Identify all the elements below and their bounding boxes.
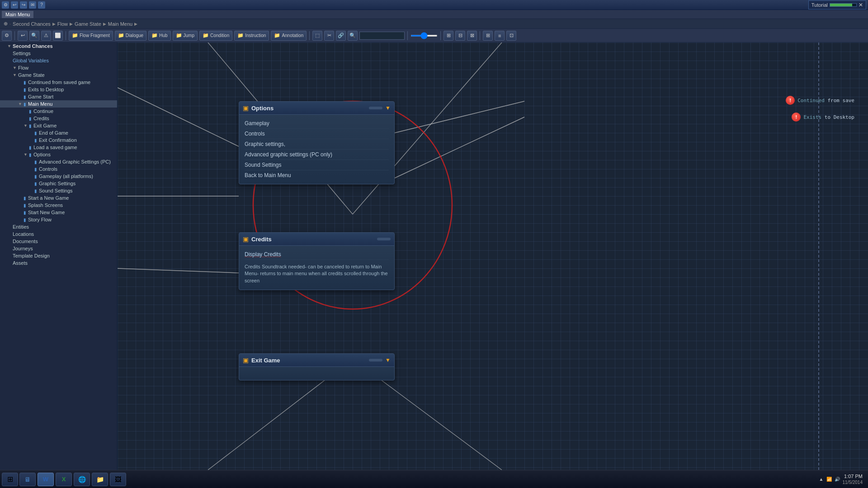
toolbar-icon-10[interactable]: ⊞ xyxy=(443,31,453,41)
toolbar-flow-fragment[interactable]: 📁 Flow Fragment xyxy=(69,31,113,41)
toolbar-icon-5[interactable]: ⬜ xyxy=(53,31,63,41)
sidebar-continued-from-saved[interactable]: ▮ Continued from saved game xyxy=(0,79,117,86)
sidebar-documents[interactable]: Documents xyxy=(0,238,117,245)
toolbar-icon-7[interactable]: ✂ xyxy=(324,31,334,41)
sidebar-journeys[interactable]: Journeys xyxy=(0,245,117,252)
folder-story-flow-icon: ▮ xyxy=(24,217,26,222)
sidebar-flow[interactable]: ▼ Flow xyxy=(0,64,117,71)
sidebar-credits[interactable]: ▮ Credits xyxy=(0,115,117,122)
sidebar-gameplay[interactable]: ▮ Gameplay (all platforms) xyxy=(0,173,117,180)
toolbar-icon-3[interactable]: 🔍 xyxy=(29,31,39,41)
toolbar-hub[interactable]: 📁 Hub xyxy=(148,31,170,41)
options-filter-icon[interactable]: ▼ xyxy=(385,105,391,111)
breadcrumb-main-menu[interactable]: Main Menu xyxy=(108,21,132,27)
tray-arrow-icon[interactable]: ▲ xyxy=(819,477,824,482)
sidebar-sound-settings[interactable]: ▮ Sound Settings xyxy=(0,187,117,194)
options-drag-handle[interactable] xyxy=(369,107,382,109)
sidebar-game-start[interactable]: ▮ Game Start xyxy=(0,93,117,100)
toolbar-icon-8[interactable]: 🔗 xyxy=(336,31,346,41)
credits-drag-handle[interactable] xyxy=(377,238,391,240)
mail-icon[interactable]: ✉ xyxy=(29,1,36,9)
options-item-controls[interactable]: Controls xyxy=(245,129,389,139)
sidebar-start-new-game2-label: Start New Game xyxy=(28,210,65,215)
options-item-sound[interactable]: Sound Settings xyxy=(245,160,389,170)
sidebar-end-of-game[interactable]: ▮ End of Game xyxy=(0,129,117,136)
sidebar-options[interactable]: ▼ ▮ Options xyxy=(0,151,117,158)
toolbar-icon-14[interactable]: ≡ xyxy=(495,31,505,41)
taskbar-app-photo[interactable]: 🖼 xyxy=(110,473,126,486)
sidebar-load-saved[interactable]: ▮ Load a saved game xyxy=(0,144,117,151)
sidebar-start-new-game2[interactable]: ▮ Start New Game xyxy=(0,209,117,216)
taskbar-app-explorer[interactable]: 🖥 xyxy=(19,473,36,486)
toolbar-icon-1[interactable]: ⚙ xyxy=(2,31,12,41)
sidebar-exits-to-desktop[interactable]: ▮ Exits to Desktop xyxy=(0,86,117,93)
sidebar-exit-confirmation[interactable]: ▮ Exit Confirmation xyxy=(0,136,117,144)
options-node-header: ▣ Options ▼ xyxy=(239,102,394,115)
breadcrumb-arrow-4: ▶ xyxy=(134,22,137,26)
breadcrumb-root[interactable]: ⊕ xyxy=(4,21,8,27)
toolbar-annotation[interactable]: 📁 Annotation xyxy=(271,31,307,41)
options-node-content: Gameplay Controls Graphic settings, Adva… xyxy=(239,115,394,184)
zoom-slider[interactable] xyxy=(410,35,438,37)
sidebar-settings[interactable]: Settings xyxy=(0,50,117,57)
toolbar-icon-2[interactable]: ↩ xyxy=(18,31,28,41)
breadcrumb-second-chances[interactable]: Second Chances xyxy=(13,21,51,27)
explorer-icon: 🖥 xyxy=(24,476,31,483)
sidebar-main-menu[interactable]: ▼ ▮ Main Menu xyxy=(0,100,117,108)
toolbar-jump[interactable]: 📁 Jump xyxy=(173,31,198,41)
taskbar-start-button[interactable]: ⊞ xyxy=(2,473,18,486)
sidebar-splash-screens[interactable]: ▮ Splash Screens xyxy=(0,202,117,209)
taskbar-app-excel[interactable]: X xyxy=(56,473,72,486)
toolbar-instruction[interactable]: 📁 Instruction xyxy=(234,31,269,41)
redo-icon[interactable]: ↪ xyxy=(20,1,27,9)
sidebar-locations[interactable]: Locations xyxy=(0,230,117,238)
taskbar-app-word[interactable]: W xyxy=(38,473,54,486)
folder-load-saved-icon: ▮ xyxy=(29,145,32,150)
sidebar-global-variables[interactable]: Global Variables xyxy=(0,57,117,64)
sidebar-entities-label: Entities xyxy=(13,224,29,230)
sidebar-assets[interactable]: Assets xyxy=(0,259,117,267)
toolbar-icon-11[interactable]: ⊟ xyxy=(455,31,465,41)
taskbar-app-chrome[interactable]: 🌐 xyxy=(74,473,90,486)
sidebar-second-chances[interactable]: ▼ Second Chances xyxy=(0,42,117,50)
undo-icon[interactable]: ↩ xyxy=(11,1,18,9)
folder-start-new-game2-icon: ▮ xyxy=(24,210,26,215)
sidebar-advanced-graphic[interactable]: ▮ Advanced Graphic Settings (PC) xyxy=(0,158,117,165)
options-item-advanced[interactable]: Advanced graphic settings (PC only) xyxy=(245,150,389,160)
sidebar-controls[interactable]: ▮ Controls xyxy=(0,165,117,173)
instruction-label: Instruction xyxy=(245,33,266,38)
toolbar-icon-9[interactable]: 🔍 xyxy=(348,31,358,41)
taskbar-app-folder[interactable]: 📁 xyxy=(92,473,108,486)
sidebar-continue[interactable]: ▮ Continue xyxy=(0,108,117,115)
toolbar-icon-4[interactable]: ⚠ xyxy=(41,31,51,41)
options-item-gameplay[interactable]: Gameplay xyxy=(245,118,389,129)
toolbar-search[interactable] xyxy=(359,32,405,40)
exit-game-filter-icon[interactable]: ▼ xyxy=(385,357,391,363)
toolbar-dialogue[interactable]: 📁 Dialogue xyxy=(115,31,146,41)
info-node-continued: ! Continued from save xyxy=(786,96,854,105)
canvas-area[interactable]: ▣ Options ▼ Gameplay Controls Graphic se… xyxy=(118,42,868,470)
title-bar-left: ⚙ ↩ ↪ ✉ ? xyxy=(2,1,45,9)
close-button[interactable]: ✕ xyxy=(859,2,863,8)
toolbar-icon-15[interactable]: ⊡ xyxy=(506,31,516,41)
sidebar-start-new-game[interactable]: ▮ Start a New Game xyxy=(0,194,117,202)
sidebar-game-state[interactable]: ▼ Game State xyxy=(0,71,117,79)
sidebar-exit-game[interactable]: ▼ ▮ Exit Game xyxy=(0,122,117,129)
toolbar-icon-13[interactable]: ⊞ xyxy=(483,31,493,41)
toolbar-sep-2 xyxy=(66,31,66,40)
options-item-graphic[interactable]: Graphic settings, xyxy=(245,139,389,150)
toolbar-icon-6[interactable]: ⬚ xyxy=(312,31,322,41)
breadcrumb-arrow-1: ▶ xyxy=(52,22,56,26)
credits-display-item[interactable]: Display Credits xyxy=(245,249,389,260)
sidebar-entities[interactable]: Entities xyxy=(0,223,117,230)
toolbar-condition[interactable]: 📁 Condition xyxy=(199,31,232,41)
toolbar-icon-12[interactable]: ⊠ xyxy=(467,31,477,41)
sidebar-template-design[interactable]: Template Design xyxy=(0,252,117,259)
options-item-back[interactable]: Back to Main Menu xyxy=(245,170,389,180)
sidebar-story-flow[interactable]: ▮ Story Flow xyxy=(0,216,117,223)
sidebar-graphic-settings[interactable]: ▮ Graphic Settings xyxy=(0,180,117,187)
breadcrumb-game-state[interactable]: Game State xyxy=(75,21,101,27)
help-icon[interactable]: ? xyxy=(38,1,45,9)
exit-game-drag-handle[interactable] xyxy=(369,359,382,361)
breadcrumb-flow[interactable]: Flow xyxy=(57,21,68,27)
